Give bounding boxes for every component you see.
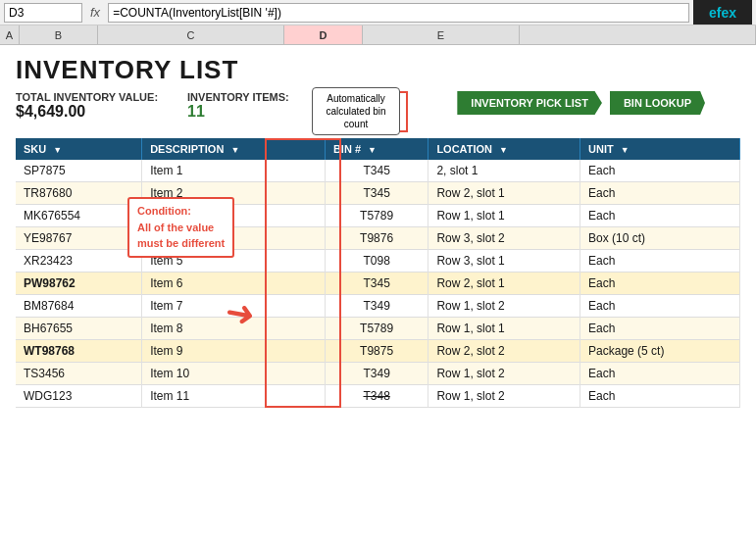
items-label: INVENTORY ITEMS: xyxy=(187,91,289,103)
main-content: INVENTORY LIST TOTAL INVENTORY VALUE: $4… xyxy=(0,45,756,408)
condition-line1: Condition: xyxy=(137,205,191,217)
table-row: PW98762Item 6T345Row 2, slot 1Each xyxy=(16,272,740,295)
unit-cell: Each xyxy=(580,385,740,408)
unit-header: UNIT ▼ xyxy=(580,138,740,160)
condition-annotation: Condition: All of the value must be diff… xyxy=(127,197,234,258)
formula-input[interactable]: =COUNTA(InventoryList[BIN '#]) xyxy=(108,3,689,23)
condition-line3: must be different xyxy=(137,237,225,249)
location-cell: Row 1, slot 2 xyxy=(428,295,580,318)
unit-cell: Each xyxy=(580,160,740,182)
sku-cell: TS3456 xyxy=(16,363,142,385)
sku-cell: WDG123 xyxy=(16,385,142,408)
col-b: B xyxy=(20,25,98,44)
column-headers: A B C D E xyxy=(0,25,756,45)
sku-header: SKU ▼ xyxy=(16,138,142,160)
location-cell: Row 1, slot 1 xyxy=(428,318,580,340)
bin-cell: T345 xyxy=(325,272,428,295)
location-cell: Row 3, slot 2 xyxy=(428,227,580,250)
sku-cell: BM87684 xyxy=(16,295,142,318)
bin-cell: T5789 xyxy=(325,318,428,340)
table-row: MK676554Item 3T5789Row 1, slot 1Each xyxy=(16,205,740,227)
sku-cell: TR87680 xyxy=(16,182,142,205)
sku-cell: YE98767 xyxy=(16,227,142,250)
action-buttons: INVENTORY PICK LIST BIN LOOKUP xyxy=(457,91,705,115)
unit-cell: Box (10 ct) xyxy=(580,227,740,250)
total-value-block: TOTAL INVENTORY VALUE: $4,649.00 xyxy=(16,91,158,121)
desc-cell: Item 11 xyxy=(142,385,326,408)
table-header-row: SKU ▼ DESCRIPTION ▼ BIN # ▼ LOCATION ▼ xyxy=(16,138,740,160)
bin-cell: T345 xyxy=(325,160,428,182)
bin-cell: T348 xyxy=(325,385,428,408)
col-d: D xyxy=(284,25,363,44)
location-header: LOCATION ▼ xyxy=(428,138,580,160)
unit-cell: Each xyxy=(580,250,740,272)
bin-header: BIN # ▼ xyxy=(325,138,428,160)
col-f xyxy=(520,25,756,44)
condition-line2: All of the value xyxy=(137,222,214,233)
formula-bar: D3 fx =COUNTA(InventoryList[BIN '#]) efe… xyxy=(0,0,756,25)
col-e: E xyxy=(363,25,520,44)
total-label: TOTAL INVENTORY VALUE: xyxy=(16,91,158,103)
bin-cell: T9875 xyxy=(325,340,428,363)
sku-cell: SP7875 xyxy=(16,160,142,182)
page-title: INVENTORY LIST xyxy=(16,55,740,85)
total-value: $4,649.00 xyxy=(16,103,158,121)
fx-label: fx xyxy=(86,5,104,20)
bin-cell: T098 xyxy=(325,250,428,272)
col-a: A xyxy=(0,25,20,44)
bin-cell: T349 xyxy=(325,295,428,318)
loc-filter-icon[interactable]: ▼ xyxy=(499,145,508,155)
unit-cell: Each xyxy=(580,272,740,295)
items-value: 11 xyxy=(187,103,289,121)
items-block: INVENTORY ITEMS: 11 xyxy=(187,91,289,121)
sku-cell: PW98762 xyxy=(16,272,142,295)
desc-filter-icon[interactable]: ▼ xyxy=(230,145,239,155)
unit-filter-icon[interactable]: ▼ xyxy=(621,145,630,155)
unit-cell: Package (5 ct) xyxy=(580,340,740,363)
bin-cell: T349 xyxy=(325,363,428,385)
location-cell: Row 1, slot 2 xyxy=(428,385,580,408)
unit-cell: Each xyxy=(580,295,740,318)
table-row: YE98767Item 4T9876Row 3, slot 2Box (10 c… xyxy=(16,227,740,250)
app-logo: efex xyxy=(693,0,752,25)
table-row: TR87680Item 2T345Row 2, slot 1Each xyxy=(16,182,740,205)
cell-reference[interactable]: D3 xyxy=(4,3,82,23)
table-row: XR23423Item 5T098Row 3, slot 1Each xyxy=(16,250,740,272)
sku-filter-icon[interactable]: ▼ xyxy=(53,145,62,155)
table-row: BH67655Item 8T5789Row 1, slot 1Each xyxy=(16,318,740,340)
desc-cell: Item 1 xyxy=(142,160,326,182)
unit-cell: Each xyxy=(580,363,740,385)
location-cell: Row 2, slot 2 xyxy=(428,340,580,363)
bin-cell: T345 xyxy=(325,182,428,205)
location-cell: Row 1, slot 1 xyxy=(428,205,580,227)
unit-cell: Each xyxy=(580,182,740,205)
description-header: DESCRIPTION ▼ xyxy=(142,138,326,160)
annotation-bubble: Automatically calculated bin count xyxy=(312,87,400,135)
desc-cell: Item 9 xyxy=(142,340,326,363)
sku-cell: MK676554 xyxy=(16,205,142,227)
bin-cell: T5789 xyxy=(325,205,428,227)
table-wrapper: Automatically calculated bin count Condi… xyxy=(0,138,756,408)
table-row: WT98768Item 9T9875Row 2, slot 2Package (… xyxy=(16,340,740,363)
bin-cell: T9876 xyxy=(325,227,428,250)
unit-cell: Each xyxy=(580,318,740,340)
inventory-table: SKU ▼ DESCRIPTION ▼ BIN # ▼ LOCATION ▼ xyxy=(16,138,740,408)
table-row: WDG123Item 11T348Row 1, slot 2Each xyxy=(16,385,740,408)
sku-cell: WT98768 xyxy=(16,340,142,363)
sku-cell: XR23423 xyxy=(16,250,142,272)
location-cell: Row 3, slot 1 xyxy=(428,250,580,272)
table-row: BM87684Item 7T349Row 1, slot 2Each xyxy=(16,295,740,318)
location-cell: Row 2, slot 1 xyxy=(428,272,580,295)
location-cell: Row 2, slot 1 xyxy=(428,182,580,205)
sku-cell: BH67655 xyxy=(16,318,142,340)
inventory-pick-list-button[interactable]: INVENTORY PICK LIST xyxy=(457,91,602,115)
unit-cell: Each xyxy=(580,205,740,227)
table-row: TS3456Item 10T349Row 1, slot 2Each xyxy=(16,363,740,385)
location-cell: Row 1, slot 2 xyxy=(428,363,580,385)
desc-cell: Item 10 xyxy=(142,363,326,385)
table-row: SP7875Item 1T3452, slot 1Each xyxy=(16,160,740,182)
col-c: C xyxy=(98,25,284,44)
bin-lookup-button[interactable]: BIN LOOKUP xyxy=(610,91,705,115)
location-cell: 2, slot 1 xyxy=(428,160,580,182)
bin-filter-icon[interactable]: ▼ xyxy=(368,145,377,155)
